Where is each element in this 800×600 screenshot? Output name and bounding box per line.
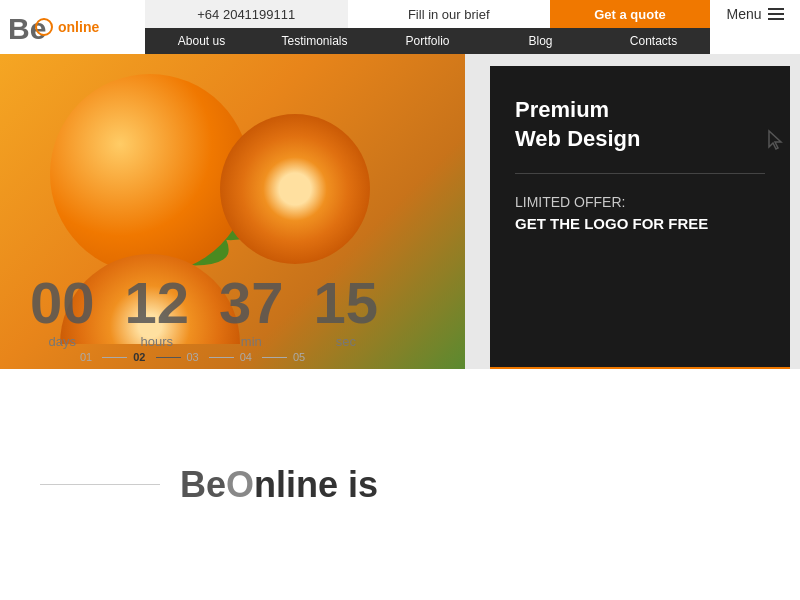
hours-label: hours (125, 334, 190, 349)
logo-online-text: online (58, 19, 99, 35)
promo-box: Premium Web Design LIMITED OFFER: GET TH… (490, 66, 790, 369)
page-wrapper: +64 2041199111 Fill in our brief Get a q… (0, 0, 800, 600)
countdown: 00 days 12 hours 37 min 15 sec (30, 274, 378, 349)
nav-blog[interactable]: Blog (484, 28, 597, 54)
days-label: days (30, 334, 95, 349)
menu-label: Menu (726, 6, 761, 22)
get-quote-button[interactable]: Get a quote (550, 0, 710, 28)
beonline-is-section: BeOnline is (0, 464, 378, 506)
min-label: min (219, 334, 284, 349)
countdown-min: 37 min (219, 274, 284, 349)
brief-strip[interactable]: Fill in our brief (348, 0, 551, 28)
below-hero-section: B BeOnline is (0, 369, 800, 600)
phone-number: +64 2041199111 (197, 7, 295, 22)
slide-3[interactable]: 03 (187, 351, 199, 363)
orange-slice-1 (220, 114, 370, 264)
view-details-button[interactable]: View details (490, 367, 790, 369)
slide-4[interactable]: 04 (240, 351, 252, 363)
slide-line-1 (102, 357, 127, 358)
logo-area[interactable]: Be online (0, 0, 145, 54)
days-value: 00 (30, 274, 95, 332)
promo-offer-text: GET THE LOGO FOR FREE (515, 215, 765, 232)
be-part: Be (180, 464, 226, 505)
nline-part: nline is (254, 464, 378, 505)
min-value: 37 (219, 274, 284, 332)
brief-label: Fill in our brief (408, 7, 490, 22)
slide-line-4 (262, 357, 287, 358)
menu-button[interactable]: Menu (710, 0, 800, 28)
slide-1[interactable]: 01 (80, 351, 92, 363)
slide-line-2 (156, 357, 181, 358)
cursor-icon (767, 129, 785, 156)
promo-offer-label: LIMITED OFFER: (515, 194, 765, 210)
slide-line-3 (209, 357, 234, 358)
slide-5[interactable]: 05 (293, 351, 305, 363)
nav-bar: About us Testimonials Portfolio Blog Con… (145, 28, 710, 54)
countdown-days: 00 days (30, 274, 95, 349)
promo-title: Premium Web Design (515, 96, 765, 153)
hours-value: 12 (125, 274, 190, 332)
orange-whole (50, 74, 250, 274)
sec-value: 15 (314, 274, 379, 332)
slide-indicators: 01 02 03 04 05 (80, 351, 309, 363)
slide-2[interactable]: 02 (133, 351, 145, 363)
logo-icon: Be (8, 7, 63, 47)
svg-text:Be: Be (8, 12, 46, 45)
countdown-sec: 15 sec (314, 274, 379, 349)
nav-testimonials[interactable]: Testimonials (258, 28, 371, 54)
top-strip: +64 2041199111 Fill in our brief Get a q… (145, 0, 800, 28)
nav-about[interactable]: About us (145, 28, 258, 54)
hamburger-icon (768, 8, 784, 20)
section-divider-line (40, 484, 160, 485)
hero-section: 00 days 12 hours 37 min 15 sec 01 02 03 (0, 54, 800, 369)
on-part: O (226, 464, 254, 505)
beonline-is-heading: BeOnline is (180, 464, 378, 506)
phone-strip[interactable]: +64 2041199111 (145, 0, 348, 28)
site-logo: Be online (8, 7, 99, 47)
countdown-hours: 12 hours (125, 274, 190, 349)
nav-contacts[interactable]: Contacts (597, 28, 710, 54)
nav-portfolio[interactable]: Portfolio (371, 28, 484, 54)
sec-label: sec (314, 334, 379, 349)
promo-divider (515, 173, 765, 174)
